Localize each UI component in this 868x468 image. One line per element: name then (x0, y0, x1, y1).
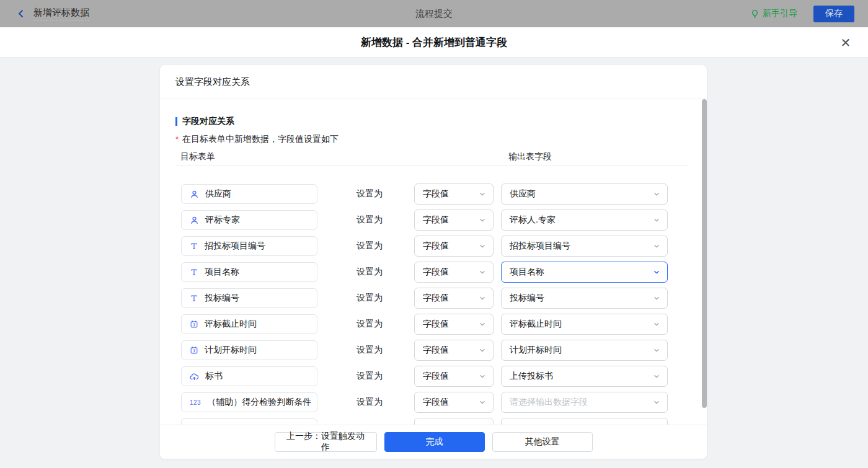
value-type-label: 字段值 (423, 241, 449, 252)
back-nav[interactable]: 新增评标数据 (16, 0, 89, 27)
set-as-label: 设置为 (356, 188, 383, 200)
topbar-actions: 新手引导 保存 (750, 0, 854, 27)
back-chevron-icon[interactable] (16, 9, 26, 19)
output-field-select[interactable]: 供应商 (501, 183, 668, 205)
target-field-box[interactable]: 计划开标时间 (181, 340, 317, 360)
value-type-label: 字段值 (423, 214, 449, 226)
target-field-box[interactable]: 123 （辅助）得分检验判断条件 (181, 392, 317, 412)
target-field-box[interactable]: 标书 (181, 366, 317, 386)
chevron-down-icon (479, 190, 486, 198)
target-field-box[interactable]: 评标截止时间 (181, 314, 317, 334)
value-type-label: 字段值 (423, 371, 449, 382)
required-asterisk: * (175, 135, 179, 144)
target-field-label: 评标截止时间 (205, 319, 257, 330)
save-button[interactable]: 保存 (813, 6, 854, 22)
done-button[interactable]: 完成 (384, 432, 485, 452)
set-as-label: 设置为 (356, 293, 383, 304)
target-field-label: 计划开标时间 (205, 345, 257, 356)
set-as-label: 设置为 (356, 345, 383, 356)
output-field-value: 评标人.专家 (510, 214, 556, 226)
value-type-select[interactable]: 字段值 (414, 183, 494, 205)
output-field-select[interactable]: 评标截止时间 (501, 314, 668, 335)
column-header-output-field: 输出表字段 (508, 151, 552, 162)
section-title: 字段对应关系 (175, 116, 234, 127)
section-accent-bar (175, 117, 177, 126)
chevron-down-icon (653, 294, 660, 302)
user-icon (190, 216, 199, 225)
mapping-row: 标书 设置为 字段值 上传投标书 (160, 366, 707, 386)
vertical-scrollbar[interactable] (702, 99, 707, 408)
mapping-row: 评标截止时间 设置为 字段值 评标截止时间 (160, 314, 707, 334)
output-field-value: 招投标项目编号 (510, 241, 570, 252)
mapping-row: 评标专家 设置为 字段值 评标人.专家 (160, 210, 707, 230)
output-field-select[interactable]: 计划开标时间 (501, 340, 668, 361)
output-field-select[interactable]: 评标人.专家 (501, 210, 668, 231)
value-type-label: 字段值 (423, 267, 449, 278)
target-field-box[interactable]: 投标编号 (181, 288, 317, 308)
output-field-value: 计划开标时间 (510, 345, 562, 356)
value-type-label: 字段值 (423, 293, 449, 304)
other-settings-button[interactable]: 其他设置 (492, 432, 593, 452)
chevron-down-icon (479, 216, 486, 224)
set-as-label: 设置为 (356, 267, 383, 278)
cloud-upload-icon (190, 372, 199, 381)
target-field-box[interactable]: 项目名称 (181, 262, 317, 282)
output-field-select[interactable]: 投标编号 (501, 288, 668, 309)
calendar-icon (190, 346, 198, 355)
top-bar: 新增评标数据 流程提交 新手引导 保存 (0, 0, 868, 27)
value-type-select[interactable]: 字段值 (414, 314, 494, 335)
modal-header: 新增数据 - 合并新增到普通字段 ✕ (0, 27, 868, 58)
beginner-guide-label: 新手引导 (763, 8, 797, 19)
set-as-label: 设置为 (356, 214, 383, 226)
value-type-label: 字段值 (423, 397, 449, 408)
chevron-down-icon (653, 190, 660, 198)
output-field-select[interactable]: 招投标项目编号 (501, 236, 668, 257)
text-field-icon (190, 242, 198, 250)
value-type-select[interactable]: 字段值 (414, 288, 494, 309)
output-field-select[interactable]: 请选择输出数据字段 (501, 392, 668, 413)
value-type-select[interactable]: 字段值 (414, 340, 494, 361)
mapping-note-text: 在目标表单中新增数据，字段值设置如下 (182, 134, 339, 144)
set-as-label: 设置为 (356, 241, 383, 252)
output-field-placeholder: 请选择输出数据字段 (510, 397, 588, 408)
output-field-value: 投标编号 (510, 293, 544, 304)
mapping-row: 供应商 设置为 字段值 供应商 (160, 184, 707, 204)
columns-divider (175, 166, 688, 166)
previous-step-button[interactable]: 上一步：设置触发动作 (275, 432, 377, 452)
close-icon[interactable]: ✕ (838, 35, 853, 50)
output-field-value: 上传投标书 (510, 371, 553, 382)
output-field-value: 评标截止时间 (510, 319, 562, 330)
value-type-select[interactable]: 字段值 (414, 366, 494, 387)
mapping-note: *在目标表单中新增数据，字段值设置如下 (175, 134, 339, 145)
value-type-select[interactable]: 字段值 (414, 392, 494, 413)
target-field-box[interactable]: 招投标项目编号 (181, 236, 317, 256)
chevron-down-icon (479, 242, 486, 250)
output-field-select-focused[interactable]: 项目名称 (501, 262, 668, 283)
output-field-value: 供应商 (510, 188, 536, 200)
chevron-down-icon (479, 320, 486, 328)
value-type-label: 字段值 (423, 345, 449, 356)
value-type-label: 字段值 (423, 319, 449, 330)
set-as-label: 设置为 (356, 371, 383, 382)
chevron-down-icon (653, 373, 660, 380)
mapping-row: 投标编号 设置为 字段值 投标编号 (160, 288, 707, 308)
chevron-down-icon (479, 294, 486, 302)
process-title: 流程提交 (0, 0, 868, 27)
value-type-label: 字段值 (423, 188, 449, 200)
section-title-label: 字段对应关系 (182, 116, 234, 127)
target-field-box[interactable]: 评标专家 (181, 210, 317, 230)
target-field-label: 评标专家 (205, 214, 240, 226)
text-field-icon (190, 294, 198, 302)
chevron-down-icon (653, 242, 660, 250)
chevron-down-icon (653, 320, 660, 328)
beginner-guide-link[interactable]: 新手引导 (750, 8, 797, 19)
modal-body: 设置字段对应关系 字段对应关系 *在目标表单中新增数据，字段值设置如下 目标表单… (0, 58, 868, 468)
output-field-select[interactable]: 上传投标书 (501, 366, 668, 387)
target-field-label: 标书 (205, 371, 223, 382)
value-type-select[interactable]: 字段值 (414, 262, 494, 283)
value-type-select[interactable]: 字段值 (414, 236, 494, 257)
chevron-down-icon (653, 347, 660, 354)
lightbulb-icon (750, 9, 760, 19)
value-type-select[interactable]: 字段值 (414, 210, 494, 231)
target-field-box[interactable]: 供应商 (181, 184, 317, 204)
